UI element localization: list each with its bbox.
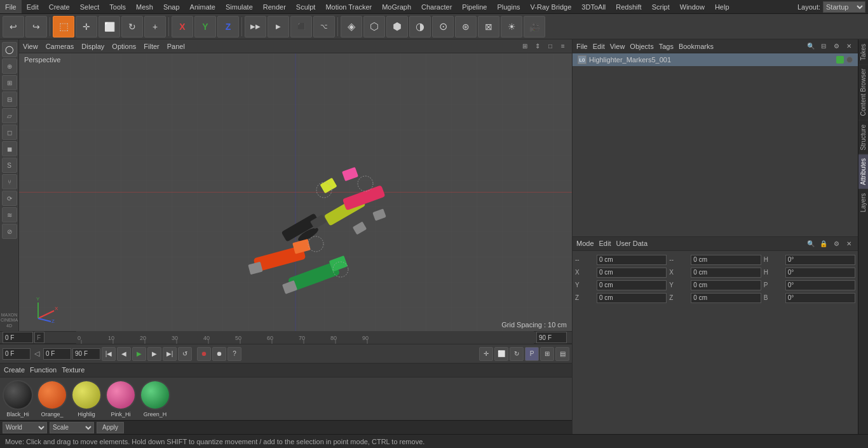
menu-redshift[interactable]: Redshift [611, 0, 646, 13]
timeline-ruler[interactable]: 0 10 20 30 40 50 60 70 [76, 331, 534, 344]
mat-menu-function[interactable]: Function [30, 366, 57, 374]
menu-pipeline[interactable]: Pipeline [457, 0, 492, 13]
mat-menu-texture[interactable]: Texture [62, 366, 85, 374]
menu-snap[interactable]: Snap [158, 0, 185, 13]
tab-attributes[interactable]: Attributes [858, 154, 868, 189]
null-obj-btn[interactable]: ◻ [2, 125, 17, 140]
uvw-mode-button[interactable]: ◑ [409, 16, 431, 37]
gen-btn[interactable]: ⟳ [2, 191, 17, 206]
attr-y-pos-field[interactable]: 0 cm [597, 280, 667, 290]
attr-menu-userdata[interactable]: User Data [616, 240, 648, 247]
live-select-button[interactable]: ⊙ [432, 16, 454, 37]
vp-menu-view[interactable]: View [23, 43, 38, 50]
loop-button[interactable]: ↺ [178, 347, 192, 361]
select-tool-button[interactable]: ⬚ [53, 16, 74, 37]
tc-scale-btn[interactable]: ⬜ [494, 347, 508, 361]
vp-expand-icon[interactable]: ⊞ [520, 41, 530, 51]
tc-grid-btn[interactable]: ⊞ [540, 347, 554, 361]
edges-mode-button[interactable]: ⬡ [363, 16, 385, 37]
vp-settings-icon[interactable]: ≡ [558, 41, 568, 51]
obj-visibility-dot[interactable] [836, 56, 844, 64]
vp-menu-cameras[interactable]: Cameras [46, 43, 74, 50]
attr-settings-icon[interactable]: ⚙ [831, 238, 841, 248]
attr-close-icon[interactable]: ✕ [844, 238, 854, 248]
om-menu-file[interactable]: File [576, 43, 588, 50]
mirror-button[interactable]: ⊠ [478, 16, 499, 37]
attr-z-pos-field[interactable]: 0 cm [597, 293, 667, 303]
menu-animate[interactable]: Animate [185, 0, 220, 13]
menu-simulate[interactable]: Simulate [220, 0, 258, 13]
menu-render[interactable]: Render [258, 0, 291, 13]
menu-sculpt[interactable]: Sculpt [291, 0, 321, 13]
field-btn[interactable]: ≋ [2, 207, 17, 222]
om-menu-objects[interactable]: Objects [630, 43, 653, 50]
menu-create[interactable]: Create [44, 0, 75, 13]
object-row-1[interactable]: L0 Highlighter_Markers5_001 [573, 53, 858, 66]
attr-b-field[interactable]: 0° [785, 293, 855, 303]
attr-h2-field[interactable]: 0° [785, 268, 855, 278]
tab-takes[interactable]: Takes [858, 39, 868, 64]
vp-maximize-icon[interactable]: □ [545, 41, 555, 51]
camera-button[interactable]: 🎥 [524, 16, 545, 37]
next-frame-button[interactable]: ▶ [147, 347, 161, 361]
menu-motion-tracker[interactable]: Motion Tracker [320, 0, 377, 13]
menu-window[interactable]: Window [675, 0, 710, 13]
tab-layers[interactable]: Layers [858, 189, 868, 216]
vp-menu-display[interactable]: Display [81, 43, 104, 50]
scale-select[interactable]: Scale [50, 422, 94, 433]
menu-script[interactable]: Script [647, 0, 675, 13]
object-tool-button[interactable]: + [144, 16, 166, 37]
attr-lock-icon[interactable]: 🔒 [818, 238, 829, 248]
world-select[interactable]: World [3, 422, 47, 433]
render-region-button[interactable]: ▶▶ [245, 16, 266, 37]
menu-help[interactable]: Help [710, 0, 735, 13]
menu-character[interactable]: Character [416, 0, 457, 13]
menu-mograph[interactable]: MoGraph [377, 0, 416, 13]
prev-frame-button[interactable]: ◀ [117, 347, 131, 361]
obj-render-dot[interactable] [846, 57, 853, 63]
keyframe-help[interactable]: ? [227, 347, 241, 361]
om-menu-view[interactable]: View [610, 43, 625, 50]
material-item-black[interactable]: Black_Hi [3, 380, 33, 417]
axis-mode-btn[interactable]: ⊞ [2, 75, 17, 90]
material-item-yellow[interactable]: Highlig [71, 380, 102, 417]
magnet-button[interactable]: ⊛ [455, 16, 477, 37]
menu-3dtoall[interactable]: 3DToAll [576, 0, 611, 13]
attr-p-field[interactable]: 0° [785, 280, 855, 290]
snap-btn[interactable]: ⊟ [2, 92, 17, 107]
y-axis-button[interactable]: Y [194, 16, 216, 37]
autokey-button[interactable]: ⏺ [212, 347, 226, 361]
tc-param-btn[interactable]: P [525, 347, 539, 361]
poly-mode-button[interactable]: ⬢ [386, 16, 408, 37]
redo-button[interactable]: ↪ [25, 16, 47, 37]
play-button[interactable]: ▶ [132, 347, 146, 361]
preview-end-field-2[interactable]: 0 F [43, 348, 71, 360]
layout-select[interactable]: Startup Standard Modeling [823, 1, 865, 13]
vp-menu-filter[interactable]: Filter [144, 43, 159, 50]
x-axis-button[interactable]: X [172, 16, 193, 37]
render-button[interactable]: ⬛ [290, 16, 312, 37]
go-end-button[interactable]: ▶| [163, 347, 177, 361]
attr-pos-x-field[interactable]: 0 cm [597, 255, 667, 265]
vp-lock-icon[interactable]: ⇕ [532, 41, 543, 51]
tab-structure[interactable]: Structure [858, 120, 868, 154]
current-frame-field[interactable]: 0 F [3, 332, 33, 343]
om-menu-bookmarks[interactable]: Bookmarks [679, 43, 714, 50]
tc-rotate-btn[interactable]: ↻ [510, 347, 524, 361]
sculpt-btn[interactable]: ⊘ [2, 224, 17, 239]
timeline-button[interactable]: ⌥ [313, 16, 335, 37]
attr-h-field[interactable]: 0° [785, 255, 855, 265]
preview-start-field[interactable]: 0 F [3, 348, 31, 360]
om-collapse-icon[interactable]: ⊟ [818, 41, 829, 51]
workplane-btn[interactable]: ▱ [2, 108, 17, 123]
move-tool-button[interactable]: ✛ [76, 16, 97, 37]
menu-vray[interactable]: V-Ray Bridge [526, 0, 577, 13]
tab-content-browser[interactable]: Content Browser [858, 64, 868, 119]
attr-menu-edit[interactable]: Edit [599, 240, 611, 247]
menu-mesh[interactable]: Mesh [131, 0, 158, 13]
attr-search-icon[interactable]: 🔍 [806, 238, 816, 248]
spline-btn[interactable]: S [2, 158, 17, 173]
model-mode-btn[interactable]: ◯ [2, 42, 17, 57]
om-search-icon[interactable]: 🔍 [806, 41, 816, 51]
material-item-pink[interactable]: Pink_Hi [105, 380, 136, 417]
